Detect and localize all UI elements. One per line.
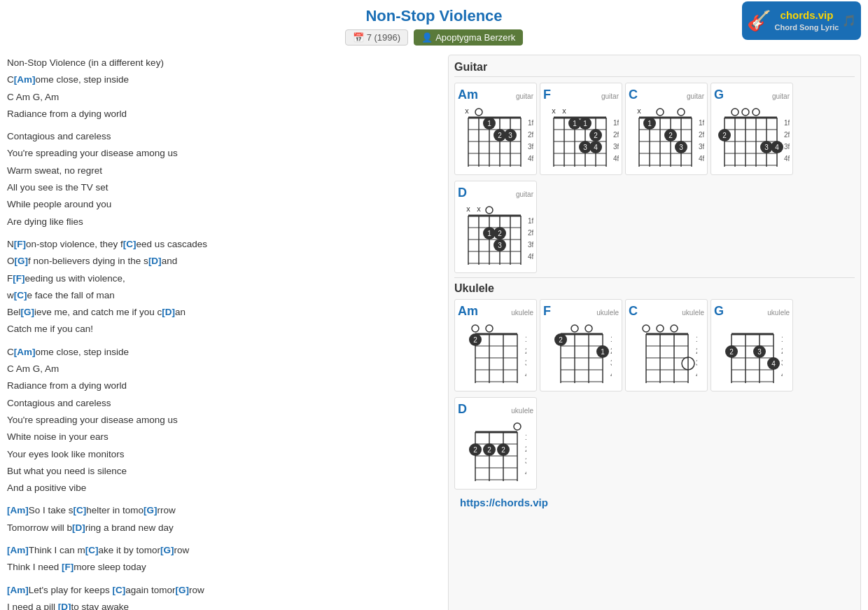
chord-link-g5[interactable]: [G]	[175, 585, 189, 595]
svg-point-203	[514, 423, 521, 430]
year-badge[interactable]: 📅 7 (1996)	[345, 29, 408, 46]
song-title: Non-Stop Violence	[0, 7, 868, 25]
site-logo[interactable]: 🎸 chords.vip Chord Song Lyric 🎵	[742, 1, 861, 40]
chord-link-c2[interactable]: [C]	[14, 290, 27, 300]
chord-link-g2[interactable]: [G]	[21, 307, 35, 317]
svg-text:4fr: 4fr	[525, 371, 526, 379]
svg-text:3fr: 3fr	[528, 143, 533, 151]
svg-text:2fr: 2fr	[784, 131, 790, 139]
svg-text:4fr: 4fr	[781, 371, 783, 379]
chord-diagram-am-ukulele: Am ukulele	[454, 299, 537, 391]
chord-section-footer-url[interactable]: https://chords.vip	[454, 492, 855, 513]
svg-text:x: x	[562, 106, 566, 115]
svg-text:x: x	[637, 106, 641, 115]
svg-text:1fr: 1fr	[528, 217, 533, 225]
lyrics-intro: Non-Stop Violence (in a different key) C…	[7, 55, 441, 123]
chord-link-g[interactable]: [G]	[15, 256, 29, 266]
svg-text:2: 2	[498, 132, 502, 139]
chord-link-am4[interactable]: [Am]	[7, 545, 29, 555]
svg-point-63	[678, 109, 685, 116]
user-icon: 👤	[421, 32, 433, 43]
chord-link-am2[interactable]: [Am]	[14, 347, 36, 357]
svg-text:1fr: 1fr	[781, 335, 783, 343]
svg-text:1: 1	[487, 120, 491, 127]
svg-text:1: 1	[583, 120, 587, 127]
chord-link-c[interactable]: [C]	[123, 239, 136, 249]
list-item: I need a pill [D]to stay awake	[7, 599, 441, 610]
list-item: Bel[G]ieve me, and catch me if you c[D]a…	[7, 304, 441, 321]
svg-text:2: 2	[487, 446, 491, 454]
svg-point-131	[472, 325, 479, 332]
chord-diagram-g-guitar: G guitar	[710, 83, 793, 175]
chord-link-c5[interactable]: [C]	[112, 585, 125, 595]
chord-link-f[interactable]: [F]	[14, 239, 26, 249]
svg-text:1fr: 1fr	[699, 119, 704, 127]
chord-link-am5[interactable]: [Am]	[7, 585, 29, 595]
chord-diagram-d-guitar: D guitar x x	[454, 181, 537, 273]
f-guitar-fretboard: x x 1 1 2 3 4 1fr 2fr	[543, 104, 619, 170]
main-content: Non-Stop Violence (in a different key) C…	[0, 49, 868, 610]
list-item: You're spreading your disease among us	[7, 412, 441, 429]
svg-point-62	[657, 109, 664, 116]
svg-text:3fr: 3fr	[699, 143, 704, 151]
svg-text:4fr: 4fr	[610, 371, 612, 379]
svg-text:1fr: 1fr	[784, 119, 790, 127]
chord-link-d2[interactable]: [D]	[162, 307, 175, 317]
chord-link-c4[interactable]: [C]	[85, 545, 99, 555]
header-meta: 📅 7 (1996) 👤 Apoptygma Berzerk	[0, 29, 868, 46]
chord-link-f2[interactable]: [F]	[13, 273, 24, 284]
chord-link-am3[interactable]: [Am]	[7, 505, 29, 515]
svg-point-87	[752, 109, 760, 116]
list-item: w[C]e face the fall of man	[7, 287, 441, 304]
list-item: Tomorrow will b[D]ring a brand new day	[7, 520, 441, 536]
svg-text:1fr: 1fr	[528, 119, 533, 127]
f-ukulele-fretboard: 2 1 1fr 2fr 3fr 4fr	[550, 320, 612, 387]
list-item: Your eyes look like monitors	[7, 446, 441, 463]
c-ukulele-fretboard: 1fr 2fr 3fr 4fr	[636, 320, 697, 387]
lyrics-verse3: [Am]So I take s[C]helter in tomo[G]rrow …	[7, 502, 441, 536]
list-item: [Am]Let's play for keeps [C]again tomor[…	[7, 582, 441, 599]
svg-text:4: 4	[594, 144, 598, 151]
svg-point-169	[671, 325, 678, 332]
svg-text:3fr: 3fr	[525, 457, 526, 465]
list-item: F[F]eeding us with violence,	[7, 270, 441, 287]
chord-link-c3[interactable]: [C]	[74, 505, 87, 515]
svg-text:2fr: 2fr	[610, 347, 612, 355]
artist-badge[interactable]: 👤 Apoptygma Berzerk	[414, 29, 523, 46]
chord-link-d4[interactable]: [D]	[58, 602, 71, 610]
svg-text:3fr: 3fr	[784, 143, 790, 151]
svg-point-148	[571, 325, 578, 332]
chord-link-g4[interactable]: [G]	[160, 545, 174, 555]
chord-link-am[interactable]: [Am]	[14, 74, 36, 85]
svg-text:3: 3	[498, 242, 502, 249]
list-item: All you see is the TV set	[7, 179, 441, 196]
svg-point-167	[643, 325, 650, 332]
list-item: Radiance from a dying world	[7, 106, 441, 123]
chord-link-f3[interactable]: [F]	[62, 562, 74, 572]
svg-text:3fr: 3fr	[610, 359, 612, 367]
guitar-section-title: Guitar	[454, 61, 855, 77]
chord-diagram-g-ukulele: G ukulele 2	[710, 299, 793, 391]
chord-link-d3[interactable]: [D]	[72, 522, 85, 533]
chord-link-g3[interactable]: [G]	[144, 505, 158, 515]
list-item: Think I need [F]more sleep today	[7, 559, 441, 576]
lyrics-verse2: C[Am]ome close, step inside C Am G, Am R…	[7, 344, 441, 497]
svg-text:2: 2	[668, 132, 673, 139]
svg-text:2: 2	[594, 132, 598, 139]
svg-point-132	[486, 325, 493, 332]
ukulele-section-title: Ukulele	[454, 277, 855, 295]
svg-text:1fr: 1fr	[525, 335, 526, 343]
svg-point-12	[475, 109, 482, 116]
chord-diagram-d-ukulele: D ukulele 2	[454, 397, 537, 490]
svg-text:2fr: 2fr	[525, 445, 526, 453]
ukulele-d-row: D ukulele 2	[454, 397, 855, 490]
g-guitar-fretboard: 2 3 4 1fr 2fr 3fr 4fr	[714, 104, 790, 170]
lyrics-chorus1: N[F]on-stop violence, they f[C]eed us ca…	[7, 236, 441, 338]
list-item: C Am G, Am	[7, 89, 441, 106]
svg-text:4fr: 4fr	[528, 253, 533, 261]
chord-link-d[interactable]: [D]	[148, 256, 162, 266]
list-item: Are dying like flies	[7, 214, 441, 230]
svg-text:2: 2	[498, 230, 502, 237]
list-item: Catch me if you can!	[7, 321, 441, 338]
list-item: [Am]So I take s[C]helter in tomo[G]rrow	[7, 502, 441, 519]
